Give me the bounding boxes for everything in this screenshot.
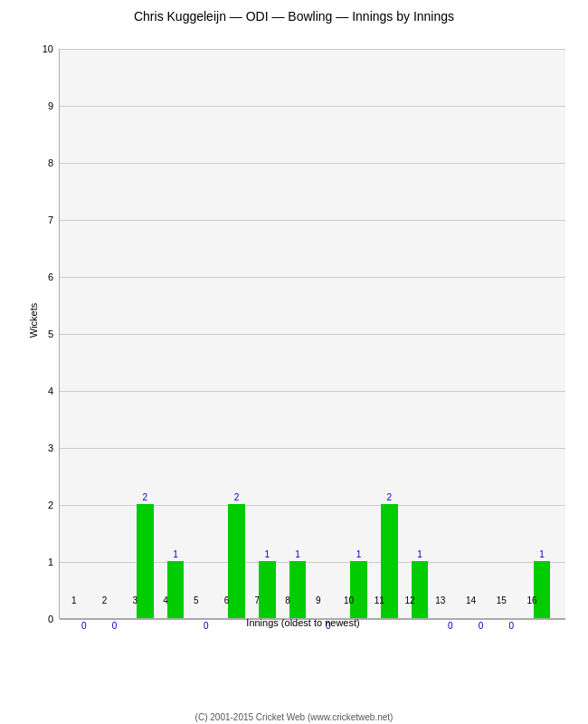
bar-label-inning-2: 0 — [106, 621, 123, 631]
x-tick-12: 12 — [405, 595, 415, 605]
y-tick-6: 6 — [48, 272, 53, 282]
bar-inning-3 — [137, 504, 154, 618]
bar-label-inning-11: 2 — [381, 492, 398, 502]
bar-inning-8 — [289, 561, 307, 618]
x-tick-3: 3 — [133, 595, 138, 605]
bar-inning-7 — [259, 561, 276, 618]
bar-inning-4 — [167, 561, 185, 618]
x-tick-1: 1 — [71, 595, 77, 605]
bar-label-inning-15: 0 — [503, 621, 520, 631]
y-tick-10: 10 — [43, 43, 53, 54]
bar-label-inning-12: 1 — [412, 549, 429, 559]
y-tick-5: 5 — [48, 329, 53, 339]
bar-label-inning-10: 1 — [350, 549, 367, 559]
bar-label-inning-6: 2 — [228, 492, 245, 502]
bar-label-inning-4: 1 — [167, 549, 185, 559]
x-tick-10: 10 — [344, 595, 354, 605]
x-tick-6: 6 — [224, 595, 230, 605]
bar-label-inning-1: 0 — [76, 621, 93, 631]
y-tick-3: 3 — [48, 443, 53, 453]
bar-label-inning-16: 1 — [534, 549, 551, 559]
x-tick-13: 13 — [435, 595, 445, 605]
x-tick-15: 15 — [497, 595, 507, 605]
chart-title: Chris Kuggeleijn — ODI — Bowling — Innin… — [9, 9, 579, 24]
x-axis-label: Innings (oldest to newest) — [246, 617, 359, 628]
x-tick-16: 16 — [527, 595, 537, 605]
y-tick-0: 0 — [48, 614, 53, 624]
y-tick-4: 4 — [48, 386, 53, 396]
bar-label-inning-14: 0 — [472, 621, 489, 631]
bar-label-inning-7: 1 — [259, 549, 276, 559]
bar-inning-10 — [350, 561, 367, 618]
x-tick-4: 4 — [163, 595, 168, 605]
bar-label-inning-8: 1 — [289, 549, 307, 559]
bar-label-inning-5: 0 — [198, 621, 215, 631]
x-tick-8: 8 — [285, 595, 290, 605]
bar-inning-6 — [228, 504, 245, 618]
x-tick-5: 5 — [194, 595, 199, 605]
y-axis-label: Wickets — [28, 303, 39, 338]
plot-area: 0123456789100021021101210001 — [59, 49, 565, 619]
bar-inning-12 — [412, 561, 429, 618]
bar-label-inning-13: 0 — [442, 621, 460, 631]
y-tick-2: 2 — [48, 500, 53, 510]
x-tick-14: 14 — [466, 595, 476, 605]
x-tick-9: 9 — [316, 595, 321, 605]
x-tick-7: 7 — [255, 595, 261, 605]
y-tick-7: 7 — [48, 214, 53, 225]
x-tick-11: 11 — [375, 595, 384, 605]
y-tick-1: 1 — [48, 557, 53, 567]
y-tick-8: 8 — [48, 157, 53, 168]
bar-label-inning-3: 2 — [137, 492, 154, 502]
chart-container: Chris Kuggeleijn — ODI — Bowling — Innin… — [0, 0, 588, 724]
x-tick-2: 2 — [102, 595, 108, 605]
footer: (C) 2001-2015 Cricket Web (www.cricketwe… — [0, 712, 588, 722]
bar-inning-16 — [534, 561, 551, 618]
y-tick-9: 9 — [48, 100, 53, 111]
